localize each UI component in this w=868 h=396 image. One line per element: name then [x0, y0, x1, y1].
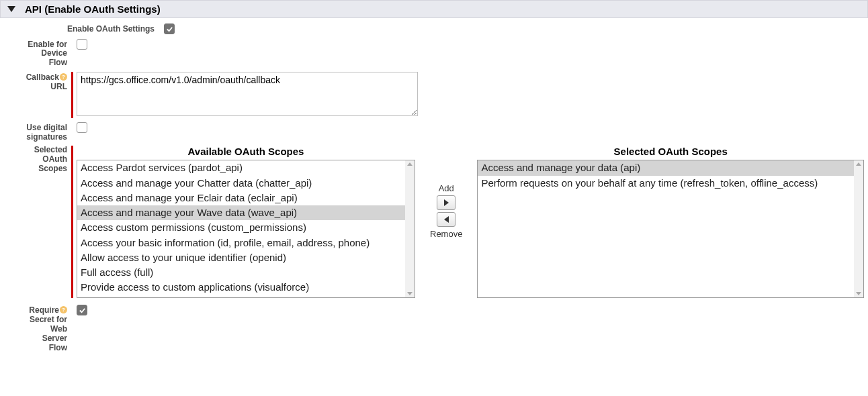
section-title: API (Enable OAuth Settings)	[25, 3, 161, 15]
scrollbar[interactable]	[854, 160, 863, 297]
list-item[interactable]: Provide access to your data via the Web …	[77, 295, 405, 298]
require-secret-checkbox[interactable]	[77, 305, 87, 315]
digital-signatures-label: Use digital signatures	[4, 122, 71, 142]
list-item[interactable]: Allow access to your unique identifier (…	[77, 250, 405, 265]
list-item[interactable]: Full access (full)	[77, 265, 405, 280]
required-indicator	[71, 146, 73, 298]
callback-url-label: Callback? URL	[4, 72, 71, 92]
help-icon[interactable]: ?	[60, 73, 67, 81]
scroll-down-icon[interactable]	[407, 292, 413, 295]
arrow-left-icon	[444, 216, 449, 223]
scroll-up-icon[interactable]	[407, 162, 413, 166]
callback-url-input[interactable]	[77, 72, 418, 116]
add-button[interactable]	[437, 195, 455, 210]
arrow-right-icon	[444, 199, 449, 206]
list-item[interactable]: Perform requests on your behalf at any t…	[478, 176, 854, 191]
selected-scopes-title: Selected OAuth Scopes	[477, 146, 864, 157]
remove-label: Remove	[430, 229, 462, 239]
form-body: Enable OAuth Settings Enable for Device …	[0, 23, 868, 363]
require-secret-label: Require? Secret for Web Server Flow	[4, 305, 71, 352]
selected-scopes-label: Selected OAuth Scopes	[4, 146, 71, 173]
scroll-down-icon[interactable]	[856, 292, 861, 295]
enable-oauth-label: Enable OAuth Settings	[4, 23, 159, 34]
list-item[interactable]: Access Pardot services (pardot_api)	[77, 160, 405, 175]
section-header[interactable]: API (Enable OAuth Settings)	[0, 0, 868, 18]
list-item[interactable]: Access and manage your Chatter data (cha…	[77, 176, 405, 191]
selected-scopes-listbox[interactable]: Access and manage your data (api)Perform…	[477, 160, 864, 298]
list-item[interactable]: Provide access to custom applications (v…	[77, 280, 405, 295]
available-scopes-panel: Available OAuth Scopes Access Pardot ser…	[77, 146, 415, 298]
list-item[interactable]: Access and manage your Eclair data (ecla…	[77, 191, 405, 205]
required-indicator	[71, 72, 73, 118]
enable-oauth-checkbox[interactable]	[164, 23, 175, 34]
help-icon[interactable]: ?	[60, 306, 67, 313]
list-item[interactable]: Access custom permissions (custom_permis…	[77, 220, 405, 235]
list-item[interactable]: Access and manage your data (api)	[478, 160, 854, 175]
available-scopes-listbox[interactable]: Access Pardot services (pardot_api)Acces…	[77, 160, 415, 298]
device-flow-label: Enable for Device Flow	[4, 39, 71, 68]
list-item[interactable]: Access and manage your Wave data (wave_a…	[77, 205, 405, 220]
add-label: Add	[439, 183, 454, 193]
device-flow-checkbox[interactable]	[77, 39, 87, 50]
remove-button[interactable]	[437, 212, 455, 227]
scroll-up-icon[interactable]	[856, 162, 861, 166]
collapse-icon[interactable]	[7, 6, 15, 12]
available-scopes-title: Available OAuth Scopes	[77, 146, 415, 157]
list-item[interactable]: Access your basic information (id, profi…	[77, 236, 405, 250]
scope-transfer-buttons: Add Remove	[430, 183, 462, 239]
scrollbar[interactable]	[405, 160, 415, 297]
check-icon	[166, 26, 173, 33]
digital-signatures-checkbox[interactable]	[77, 122, 87, 133]
selected-scopes-panel: Selected OAuth Scopes Access and manage …	[477, 146, 864, 298]
check-icon	[79, 307, 86, 314]
